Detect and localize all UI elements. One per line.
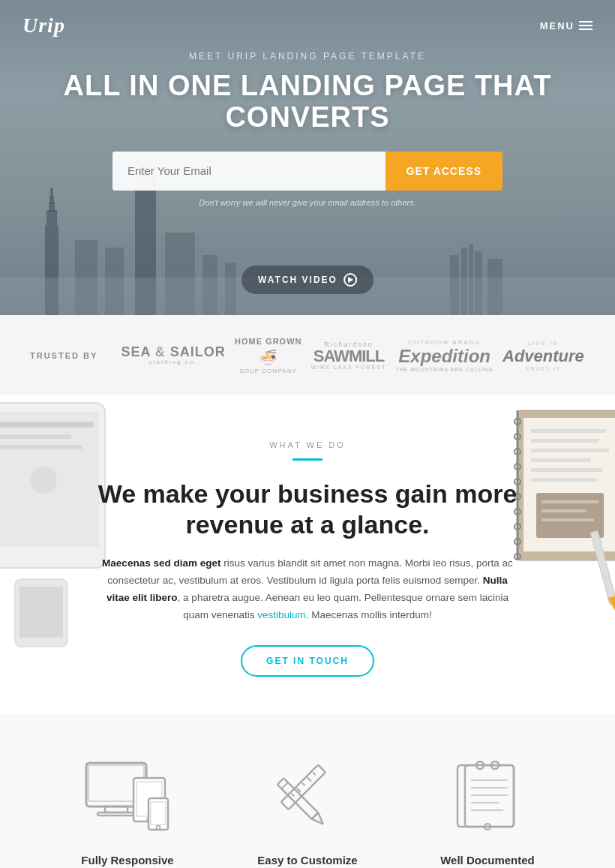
play-icon	[344, 273, 357, 287]
get-in-touch-button[interactable]: GET IN TOUCH	[241, 645, 374, 677]
svg-line-71	[308, 777, 311, 781]
brand-homegrown: HOME GROWN 🍜 SOUP COMPANY	[235, 336, 302, 374]
svg-rect-23	[0, 422, 94, 428]
brand-adventure: LIFE IS Adventure ENJOY IT	[502, 340, 584, 371]
svg-line-68	[281, 782, 287, 788]
what-we-do-content: WHAT WE DO We make your business gain mo…	[82, 440, 532, 676]
customize-icon	[262, 759, 352, 834]
trusted-label: TRUSTED BY	[30, 351, 98, 360]
svg-rect-59	[98, 812, 135, 815]
hero-subtitle: MEET URIP LANDING PAGE TEMPLATE	[0, 51, 615, 62]
hero-content: MEET URIP LANDING PAGE TEMPLATE ALL IN O…	[0, 45, 615, 207]
features-section: Fully Responsive	[0, 714, 615, 868]
documented-icon	[442, 759, 532, 834]
feature-responsive: Fully Responsive	[60, 759, 195, 866]
svg-point-26	[30, 467, 57, 494]
section-label: WHAT WE DO	[98, 440, 518, 449]
svg-rect-35	[531, 449, 609, 452]
svg-line-74	[292, 793, 295, 796]
svg-rect-33	[531, 429, 606, 433]
svg-marker-67	[312, 812, 326, 827]
feature-responsive-title: Fully Responsive	[81, 854, 173, 866]
responsive-icon	[82, 759, 172, 834]
menu-button[interactable]: MENU	[540, 20, 592, 32]
site-logo: Urip	[22, 14, 65, 38]
svg-rect-24	[0, 434, 71, 439]
features-row: Fully Responsive	[30, 759, 585, 866]
vestibulum-link[interactable]: vestibulum	[257, 609, 306, 620]
email-input[interactable]	[112, 152, 386, 191]
what-we-do-section: WHAT WE DO We make your business gain mo…	[0, 395, 615, 713]
brand-sea-sailor: SEA & SAILOR clothing co.	[121, 345, 225, 365]
what-title: We make your business gain more revenue …	[98, 479, 518, 540]
svg-rect-63	[148, 798, 168, 830]
play-triangle	[348, 277, 353, 283]
hero-title: ALL IN ONE LANDING PAGE THAT CONVERTS	[0, 71, 615, 134]
watch-video-button[interactable]: WATCH VIDEO	[242, 266, 374, 294]
cyan-divider	[292, 458, 322, 461]
feature-documented: Well Documented	[420, 759, 555, 866]
svg-rect-28	[20, 587, 63, 638]
svg-line-70	[313, 772, 316, 775]
svg-rect-34	[531, 439, 598, 443]
brand-expedition: outdoor brand Expedition THE MOUNTAINS A…	[395, 339, 493, 372]
watch-video-label: WATCH VIDEO	[258, 275, 338, 285]
brand-logos: SEA & SAILOR clothing co. HOME GROWN 🍜 S…	[120, 336, 585, 374]
privacy-note: Don't worry we will never give your emai…	[0, 198, 615, 207]
navigation: Urip MENU	[0, 0, 615, 51]
svg-rect-39	[536, 493, 604, 538]
body-bold-start: Maecenas sed diam eget	[102, 557, 220, 569]
svg-rect-37	[531, 468, 602, 472]
svg-rect-38	[531, 478, 597, 482]
feature-customize-title: Easy to Customize	[257, 854, 357, 866]
bowl-icon: 🍜	[259, 348, 278, 366]
svg-rect-69	[281, 764, 326, 809]
svg-rect-25	[0, 445, 82, 449]
svg-marker-55	[608, 596, 615, 613]
menu-label: MENU	[540, 20, 574, 32]
brand-sawmill: Richardson SAWMILL WIRE LAKE FOREST	[311, 341, 386, 370]
svg-rect-42	[542, 518, 594, 521]
what-body: Maecenas sed diam eget risus varius blan…	[98, 555, 518, 624]
get-access-button[interactable]: GET ACCESS	[386, 152, 503, 191]
trusted-by-section: TRUSTED BY SEA & SAILOR clothing co. HOM…	[0, 315, 615, 395]
svg-rect-2	[46, 210, 57, 225]
svg-rect-36	[531, 458, 591, 462]
feature-documented-title: Well Documented	[440, 854, 535, 866]
svg-line-72	[302, 782, 305, 785]
feature-customize: Easy to Customize	[240, 759, 375, 866]
hamburger-icon	[579, 21, 592, 30]
email-signup-form: GET ACCESS	[112, 152, 502, 191]
svg-rect-40	[542, 500, 598, 503]
svg-rect-41	[542, 509, 586, 512]
